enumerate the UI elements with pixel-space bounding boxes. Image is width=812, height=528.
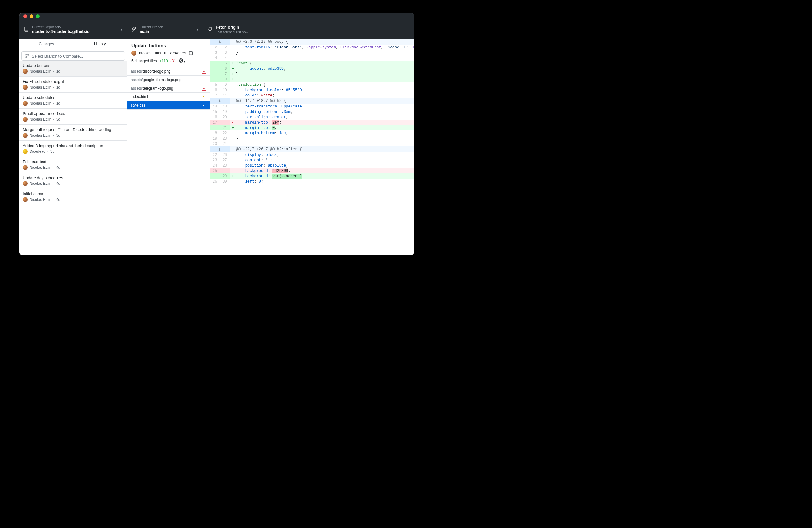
expand-hunk[interactable]: ⥮	[210, 98, 230, 104]
line-number-old: 20	[210, 141, 220, 147]
chevron-down-icon: ▾	[197, 28, 199, 31]
commit-item-time: 3d	[56, 133, 60, 138]
file-item[interactable]: assets/telegram-logo.png −	[127, 84, 210, 93]
line-number-new: 26	[220, 152, 230, 157]
commit-item-time: 4d	[56, 165, 60, 170]
commit-item-time: 4d	[56, 197, 60, 202]
avatar	[131, 50, 136, 56]
commit-item-title: Initial commit	[23, 192, 124, 196]
commit-item[interactable]: Edit lead text Nicolas Ettlin · 4d	[19, 157, 127, 173]
file-status-icon: −	[202, 69, 206, 74]
commit-item-author: Nicolas Ettlin	[30, 85, 51, 90]
line-number-new: 24	[220, 141, 230, 147]
commit-item-title: Fix EL schedule height	[23, 79, 124, 84]
branch-name: main	[140, 29, 163, 34]
svg-point-7	[28, 55, 29, 56]
hunk-header: @@ -14,7 +18,7 @@ h2 {	[230, 98, 414, 104]
line-number-new: 18	[220, 104, 230, 109]
line-number-old: 25	[210, 168, 220, 174]
line-number-new: 4	[220, 55, 230, 61]
commit-item[interactable]: Merge pull request #1 from Dicedead/img-…	[19, 125, 127, 141]
line-number-new: 7	[220, 71, 230, 77]
commit-item[interactable]: Small appearance fixes Nicolas Ettlin · …	[19, 109, 127, 125]
sidebar-tabs: Changes History	[19, 39, 127, 49]
tab-history[interactable]: History	[73, 39, 127, 49]
fetch-label: Fetch origin	[216, 25, 248, 30]
line-number-old: 24	[210, 163, 220, 168]
avatar	[23, 85, 28, 90]
file-item[interactable]: assets/discord-logo.png −	[127, 67, 210, 76]
expand-hunk[interactable]: ⥮	[210, 39, 230, 45]
commit-item-time: 1d	[56, 101, 60, 106]
main-area: Changes History Select Branch to Compare…	[19, 39, 414, 255]
file-status-icon: −	[202, 78, 206, 82]
close-window-button[interactable]	[23, 14, 27, 18]
commit-item[interactable]: Initial commit Nicolas Ettlin · 4d	[19, 189, 127, 205]
code-line: +}	[230, 71, 414, 77]
code-line: - margin-top: 2em;	[230, 120, 414, 125]
commit-item[interactable]: Fix EL schedule height Nicolas Ettlin · …	[19, 77, 127, 93]
line-number-old	[210, 174, 220, 179]
gear-icon[interactable]: ▾	[178, 58, 185, 64]
repository-selector[interactable]: Current Repository students-4-students.g…	[19, 20, 127, 39]
code-line: left: 0;	[230, 179, 414, 184]
file-item[interactable]: index.html •	[127, 93, 210, 101]
commit-item[interactable]: Update day schedules Nicolas Ettlin · 4d	[19, 173, 127, 189]
line-number-new: 3	[220, 50, 230, 55]
line-number-old: 22	[210, 152, 220, 157]
branch-compare-select[interactable]: Select Branch to Compare...	[21, 51, 125, 61]
branch-selector[interactable]: Current Branch main ▾	[127, 20, 203, 39]
commit-item-time: 1d	[56, 69, 60, 74]
line-number-new: 8	[220, 77, 230, 82]
code-line: text-align: center;	[230, 115, 414, 120]
diff-icon	[189, 51, 193, 55]
diff-view[interactable]: ⥮@@ -2,6 +2,10 @@ body {22 font-family: …	[210, 39, 414, 255]
commit-item-author: Nicolas Ettlin	[30, 101, 51, 106]
file-items: assets/discord-logo.png −assets/google_f…	[127, 67, 210, 110]
commit-item-author: Nicolas Ettlin	[30, 133, 51, 138]
svg-point-3	[132, 30, 133, 31]
avatar	[23, 133, 28, 138]
line-number-old	[210, 125, 220, 131]
line-number-new: 28	[220, 163, 230, 168]
svg-point-6	[26, 57, 27, 58]
sidebar: Changes History Select Branch to Compare…	[19, 39, 127, 255]
toolbar: Current Repository students-4-students.g…	[19, 20, 414, 39]
fetch-button[interactable]: Fetch origin Last fetched just now	[203, 20, 280, 39]
svg-point-5	[26, 54, 27, 55]
file-item[interactable]: style.css •	[127, 101, 210, 110]
line-number-new: 6	[220, 66, 230, 71]
commit-item[interactable]: Update buttons Nicolas Ettlin · 1d	[19, 61, 127, 77]
code-line: padding-bottom: .3em;	[230, 109, 414, 115]
avatar	[23, 149, 28, 154]
line-number-new: 22	[220, 131, 230, 136]
line-number-old: 18	[210, 131, 220, 136]
branch-icon	[131, 27, 136, 33]
commit-item[interactable]: Added 3 img hyperlinks and their descrip…	[19, 141, 127, 157]
commit-item-time: 3d	[50, 149, 54, 154]
commit-item-title: Update schedules	[23, 95, 124, 100]
expand-hunk[interactable]: ⥮	[210, 147, 230, 152]
branch-icon	[25, 54, 29, 58]
file-item[interactable]: assets/google_forms-logo.png −	[127, 76, 210, 84]
commit-item[interactable]: Update schedules Nicolas Ettlin · 1d	[19, 93, 127, 109]
file-list-panel: Update buttons Nicolas Ettlin 8c4c8e9 5 …	[127, 39, 210, 255]
line-number-old: 17	[210, 120, 220, 125]
repo-icon	[24, 27, 29, 33]
commit-item-title: Small appearance fixes	[23, 111, 124, 116]
tab-changes[interactable]: Changes	[19, 39, 73, 49]
maximize-window-button[interactable]	[36, 14, 40, 18]
commit-list: Update buttons Nicolas Ettlin · 1dFix EL…	[19, 61, 127, 255]
svg-point-2	[132, 27, 133, 28]
file-status-icon: •	[202, 95, 206, 99]
commit-item-title: Merge pull request #1 from Dicedead/img-…	[23, 127, 124, 132]
minimize-window-button[interactable]	[30, 14, 33, 18]
sync-icon	[207, 27, 213, 33]
commit-item-author: Nicolas Ettlin	[30, 165, 51, 170]
line-number-new: 30	[220, 179, 230, 184]
avatar	[23, 69, 28, 74]
code-line: +:root {	[230, 61, 414, 66]
repo-name: students-4-students.github.io	[32, 29, 90, 34]
repo-label: Current Repository	[32, 25, 90, 29]
commit-item-time: 4d	[56, 181, 60, 186]
